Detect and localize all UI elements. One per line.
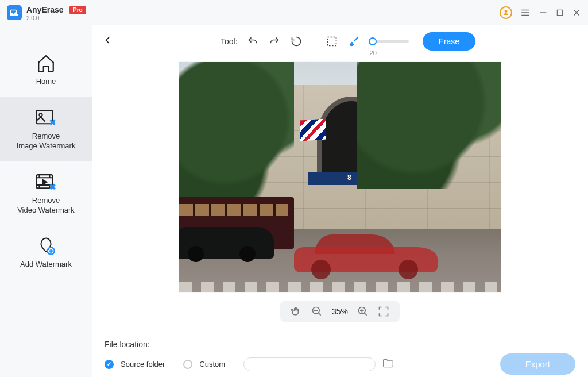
brush-size-value: 20 <box>370 49 377 56</box>
sidebar-label: Remove Video Watermark <box>2 196 90 216</box>
redo-icon[interactable] <box>268 34 281 48</box>
sidebar-item-add-watermark[interactable]: Add Watermark <box>0 225 92 280</box>
canvas-image[interactable]: 8 <box>179 62 501 292</box>
sidebar-item-remove-image-watermark[interactable]: Remove Image Watermark <box>0 97 92 161</box>
svg-rect-0 <box>557 10 562 15</box>
titlebar: AnyErase Pro 2.0.0 <box>0 0 588 25</box>
app-title: AnyErase <box>26 5 64 14</box>
app-version: 2.0.0 <box>26 15 86 21</box>
undo-icon[interactable] <box>246 34 260 48</box>
add-watermark-icon <box>2 236 90 256</box>
sidebar-item-remove-video-watermark[interactable]: Remove Video Watermark <box>0 161 92 226</box>
footer: File location: Source folder Custom Expo… <box>92 337 588 377</box>
brush-size-slider[interactable]: 20 <box>369 40 409 43</box>
close-icon[interactable] <box>572 8 581 17</box>
svg-rect-5 <box>327 37 336 45</box>
app-logo <box>7 5 22 20</box>
browse-folder-icon[interactable] <box>382 358 394 371</box>
window-controls <box>500 6 581 19</box>
home-icon <box>2 53 90 74</box>
zoom-out-icon[interactable] <box>311 306 323 317</box>
pan-icon[interactable] <box>291 306 302 317</box>
reset-icon[interactable] <box>289 34 303 48</box>
app-title-block: AnyErase Pro 2.0.0 <box>26 5 86 21</box>
account-icon[interactable] <box>500 6 512 19</box>
fit-screen-icon[interactable] <box>378 306 389 317</box>
sidebar: Home Remove Image Watermark Remove Video… <box>0 25 92 377</box>
sidebar-label: Add Watermark <box>2 260 90 270</box>
canvas-area: 8 35% <box>92 57 588 337</box>
toolbar: Tool: 20 Erase <box>92 25 588 57</box>
custom-folder-label: Custom <box>199 360 225 368</box>
tool-label: Tool: <box>220 37 238 46</box>
video-watermark-icon <box>2 172 90 193</box>
uk-flag <box>300 118 326 141</box>
custom-folder-radio[interactable] <box>183 360 192 369</box>
export-button[interactable]: Export <box>500 353 575 375</box>
image-watermark-icon <box>2 107 90 128</box>
brush-tool-icon[interactable] <box>347 34 361 48</box>
custom-path-input[interactable] <box>243 357 376 371</box>
main-panel: Tool: 20 Erase 8 <box>92 25 588 377</box>
zoom-in-icon[interactable] <box>357 306 369 317</box>
building-number: 8 <box>347 174 351 182</box>
maximize-icon[interactable] <box>556 9 564 17</box>
source-folder-radio[interactable] <box>105 360 114 369</box>
zoom-controls: 35% <box>280 301 400 322</box>
black-car <box>179 227 274 259</box>
back-button[interactable] <box>103 36 113 47</box>
svg-rect-1 <box>36 110 52 124</box>
source-folder-label: Source folder <box>121 360 165 368</box>
menu-icon[interactable] <box>520 7 531 18</box>
sidebar-item-home[interactable]: Home <box>0 43 92 97</box>
pro-badge: Pro <box>69 6 86 14</box>
zoom-value: 35% <box>332 307 348 316</box>
minimize-icon[interactable] <box>539 8 548 17</box>
file-location-label: File location: <box>105 340 575 349</box>
sidebar-label: Remove Image Watermark <box>2 132 90 151</box>
marquee-tool-icon[interactable] <box>325 34 339 48</box>
sidebar-label: Home <box>2 77 90 87</box>
erase-button[interactable]: Erase <box>423 32 476 51</box>
svg-point-2 <box>39 113 42 116</box>
selected-car-mask <box>294 233 438 279</box>
